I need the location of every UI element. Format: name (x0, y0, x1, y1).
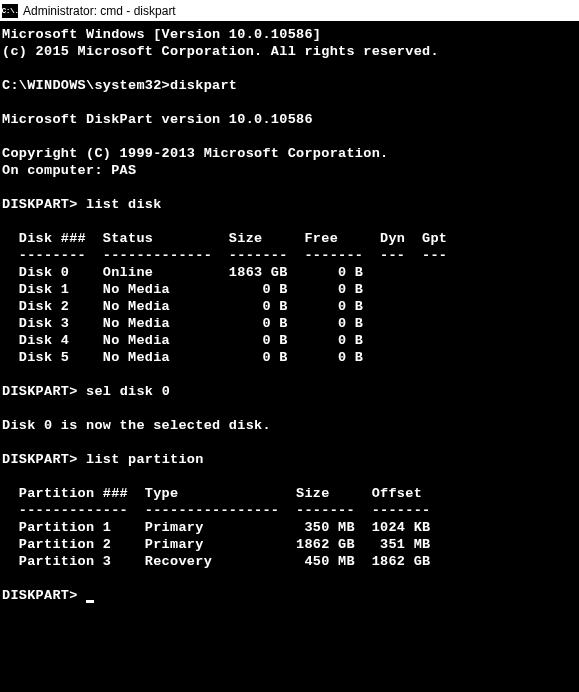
table-row: Disk 4 No Media 0 B 0 B (2, 333, 363, 348)
banner-line: Microsoft Windows [Version 10.0.10586] (2, 27, 321, 42)
window-title: Administrator: cmd - diskpart (23, 4, 176, 18)
table-row: Disk 3 No Media 0 B 0 B (2, 316, 363, 331)
command-text: sel disk 0 (78, 384, 170, 399)
table-row: Partition 1 Primary 350 MB 1024 KB (2, 520, 430, 535)
table-header: Partition ### Type Size Offset (2, 486, 422, 501)
terminal-output[interactable]: Microsoft Windows [Version 10.0.10586] (… (0, 22, 579, 608)
command-text: list disk (78, 197, 162, 212)
table-divider: -------- ------------- ------- ------- -… (2, 248, 447, 263)
table-row: Disk 5 No Media 0 B 0 B (2, 350, 363, 365)
table-divider: ------------- ---------------- ------- -… (2, 503, 430, 518)
diskpart-banner: Microsoft DiskPart version 10.0.10586 (2, 112, 313, 127)
prompt: DISKPART> (2, 197, 78, 212)
window-titlebar[interactable]: C:\. Administrator: cmd - diskpart (0, 0, 579, 22)
table-row: Partition 2 Primary 1862 GB 351 MB (2, 537, 430, 552)
diskpart-banner: Copyright (C) 1999-2013 Microsoft Corpor… (2, 146, 388, 161)
command-text (78, 588, 86, 603)
prompt: C:\WINDOWS\system32> (2, 78, 170, 93)
prompt: DISKPART> (2, 384, 78, 399)
table-row: Disk 2 No Media 0 B 0 B (2, 299, 363, 314)
command-text: list partition (78, 452, 204, 467)
table-row: Partition 3 Recovery 450 MB 1862 GB (2, 554, 430, 569)
banner-line: (c) 2015 Microsoft Corporation. All righ… (2, 44, 439, 59)
prompt: DISKPART> (2, 452, 78, 467)
table-header: Disk ### Status Size Free Dyn Gpt (2, 231, 447, 246)
table-row: Disk 0 Online 1863 GB 0 B (2, 265, 363, 280)
cursor (86, 600, 94, 603)
diskpart-banner: On computer: PAS (2, 163, 136, 178)
table-row: Disk 1 No Media 0 B 0 B (2, 282, 363, 297)
response-text: Disk 0 is now the selected disk. (2, 418, 271, 433)
prompt: DISKPART> (2, 588, 78, 603)
cmd-icon: C:\. (2, 4, 18, 18)
command-text: diskpart (170, 78, 237, 93)
